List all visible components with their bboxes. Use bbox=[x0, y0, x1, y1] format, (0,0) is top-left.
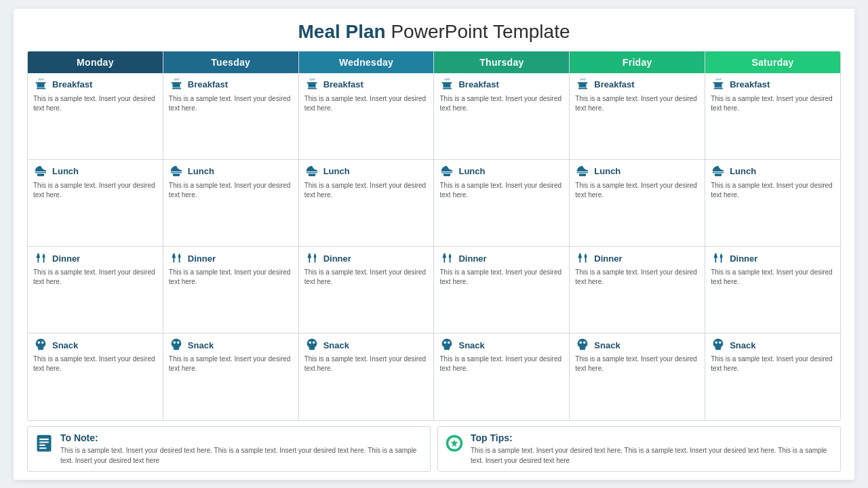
meal-title-row-lunch-sat: Lunch bbox=[711, 164, 835, 179]
meal-text-snack-fri: This is a sample text. Insert your desir… bbox=[575, 354, 699, 373]
dinner-icon bbox=[169, 251, 184, 266]
meal-title-row-snack-sat: Snack bbox=[711, 338, 835, 352]
meal-title-row-lunch-thu: Lunch bbox=[439, 164, 564, 179]
meal-name-dinner-thu: Dinner bbox=[458, 253, 486, 264]
meal-text-dinner-sat: This is a sample text. Insert your desir… bbox=[711, 268, 835, 287]
meal-name-dinner-fri: Dinner bbox=[594, 253, 622, 264]
snack-icon bbox=[575, 338, 590, 352]
breakfast-icon bbox=[304, 77, 319, 92]
meal-name-dinner-tue: Dinner bbox=[188, 253, 216, 264]
day-header-thu: Thursday bbox=[434, 52, 569, 73]
meal-title-row-breakfast-sat: Breakfast bbox=[711, 77, 835, 92]
meal-lunch-tue: LunchThis is a sample text. Insert your … bbox=[163, 160, 298, 247]
meal-title-row-dinner-mon: Dinner bbox=[33, 251, 157, 266]
meal-lunch-sat: LunchThis is a sample text. Insert your … bbox=[705, 160, 840, 247]
meal-title-row-dinner-fri: Dinner bbox=[575, 251, 699, 266]
meal-name-snack-fri: Snack bbox=[594, 340, 620, 350]
meal-text-lunch-sat: This is a sample text. Insert your desir… bbox=[711, 181, 835, 200]
meal-title-row-breakfast-fri: Breakfast bbox=[575, 77, 699, 92]
meal-text-dinner-thu: This is a sample text. Insert your desir… bbox=[439, 268, 564, 287]
day-col-thu: Thursday BreakfastThis is a sample text.… bbox=[434, 52, 570, 420]
breakfast-icon bbox=[169, 77, 184, 92]
svg-rect-4 bbox=[39, 447, 47, 449]
meal-name-breakfast-sat: Breakfast bbox=[730, 79, 770, 89]
meal-name-breakfast-wed: Breakfast bbox=[323, 79, 363, 89]
meal-name-snack-tue: Snack bbox=[188, 340, 214, 350]
meal-breakfast-tue: BreakfastThis is a sample text. Insert y… bbox=[163, 73, 298, 160]
meal-text-lunch-tue: This is a sample text. Insert your desir… bbox=[169, 181, 293, 200]
meal-dinner-wed: DinnerThis is a sample text. Insert your… bbox=[299, 247, 434, 333]
day-header-sat: Saturday bbox=[705, 52, 840, 73]
tips-content: Top Tips: This is a sample text. Insert … bbox=[471, 432, 833, 466]
meal-name-breakfast-thu: Breakfast bbox=[458, 79, 498, 89]
meal-snack-mon: SnackThis is a sample text. Insert your … bbox=[28, 333, 163, 420]
meal-lunch-fri: LunchThis is a sample text. Insert your … bbox=[570, 160, 705, 247]
meal-name-breakfast-tue: Breakfast bbox=[188, 79, 228, 89]
lunch-icon bbox=[439, 164, 454, 179]
meal-title-row-breakfast-tue: Breakfast bbox=[169, 77, 293, 92]
note-text: This is a sample text. Insert your desir… bbox=[60, 445, 423, 466]
meal-title-row-snack-tue: Snack bbox=[169, 338, 293, 352]
slide: Meal Plan PowerPoint Template Monday Bre… bbox=[14, 9, 854, 480]
meal-title-row-snack-wed: Snack bbox=[304, 338, 429, 352]
meal-name-dinner-mon: Dinner bbox=[52, 253, 80, 264]
day-col-mon: Monday BreakfastThis is a sample text. I… bbox=[28, 52, 163, 420]
meal-text-snack-sat: This is a sample text. Insert your desir… bbox=[711, 354, 835, 373]
meal-snack-tue: SnackThis is a sample text. Insert your … bbox=[163, 333, 298, 420]
meal-text-lunch-fri: This is a sample text. Insert your desir… bbox=[575, 181, 699, 200]
meal-grid: Monday BreakfastThis is a sample text. I… bbox=[27, 51, 841, 421]
meal-name-lunch-sat: Lunch bbox=[730, 166, 756, 176]
breakfast-icon bbox=[33, 77, 48, 92]
day-header-wed: Wednesday bbox=[299, 52, 434, 73]
note-label: To Note: bbox=[60, 432, 423, 443]
tips-icon bbox=[445, 434, 464, 453]
lunch-icon bbox=[575, 164, 590, 179]
meal-lunch-thu: LunchThis is a sample text. Insert your … bbox=[434, 160, 569, 247]
meal-snack-fri: SnackThis is a sample text. Insert your … bbox=[570, 333, 705, 420]
day-header-tue: Tuesday bbox=[163, 52, 298, 73]
meal-title-row-dinner-thu: Dinner bbox=[439, 251, 564, 266]
meal-name-breakfast-fri: Breakfast bbox=[594, 79, 634, 89]
snack-icon bbox=[304, 338, 319, 352]
day-col-fri: Friday BreakfastThis is a sample text. I… bbox=[570, 52, 705, 420]
meal-title-row-dinner-wed: Dinner bbox=[304, 251, 429, 266]
meal-text-breakfast-tue: This is a sample text. Insert your desir… bbox=[169, 94, 293, 113]
meal-snack-thu: SnackThis is a sample text. Insert your … bbox=[434, 333, 569, 420]
meal-title-row-snack-fri: Snack bbox=[575, 338, 699, 352]
meal-name-snack-sat: Snack bbox=[730, 340, 755, 350]
lunch-icon bbox=[169, 164, 184, 179]
meal-name-dinner-wed: Dinner bbox=[323, 253, 351, 264]
meal-title-row-lunch-wed: Lunch bbox=[304, 164, 429, 179]
tips-text: This is a sample text. Insert your desir… bbox=[471, 445, 833, 466]
meal-text-breakfast-fri: This is a sample text. Insert your desir… bbox=[575, 94, 699, 113]
bottom-bar: To Note: This is a sample text. Insert y… bbox=[27, 426, 841, 472]
snack-icon bbox=[169, 338, 184, 352]
meal-text-snack-wed: This is a sample text. Insert your desir… bbox=[304, 354, 429, 373]
meal-snack-wed: SnackThis is a sample text. Insert your … bbox=[299, 333, 434, 420]
meal-name-lunch-thu: Lunch bbox=[458, 166, 485, 176]
dinner-icon bbox=[33, 251, 48, 266]
meal-lunch-wed: LunchThis is a sample text. Insert your … bbox=[299, 160, 434, 247]
svg-rect-2 bbox=[39, 441, 49, 443]
svg-rect-1 bbox=[39, 439, 49, 440]
meal-breakfast-sat: BreakfastThis is a sample text. Insert y… bbox=[705, 73, 840, 160]
meal-snack-sat: SnackThis is a sample text. Insert your … bbox=[705, 333, 840, 420]
meal-dinner-thu: DinnerThis is a sample text. Insert your… bbox=[434, 247, 569, 333]
snack-icon bbox=[33, 338, 48, 352]
breakfast-icon bbox=[439, 77, 454, 92]
meal-dinner-mon: DinnerThis is a sample text. Insert your… bbox=[28, 247, 163, 333]
note-icon bbox=[35, 434, 54, 453]
meal-breakfast-wed: BreakfastThis is a sample text. Insert y… bbox=[299, 73, 434, 160]
meal-text-snack-tue: This is a sample text. Insert your desir… bbox=[169, 354, 293, 373]
meal-breakfast-fri: BreakfastThis is a sample text. Insert y… bbox=[570, 73, 705, 160]
meal-name-lunch-fri: Lunch bbox=[594, 166, 620, 176]
meal-text-lunch-wed: This is a sample text. Insert your desir… bbox=[304, 181, 429, 200]
dinner-icon bbox=[711, 251, 726, 266]
meal-dinner-fri: DinnerThis is a sample text. Insert your… bbox=[570, 247, 705, 333]
meal-name-breakfast-mon: Breakfast bbox=[52, 79, 92, 89]
meal-text-dinner-fri: This is a sample text. Insert your desir… bbox=[575, 268, 699, 287]
meal-lunch-mon: LunchThis is a sample text. Insert your … bbox=[28, 160, 163, 247]
meal-name-snack-thu: Snack bbox=[458, 340, 484, 350]
note-content: To Note: This is a sample text. Insert y… bbox=[60, 432, 423, 466]
day-header-mon: Monday bbox=[28, 52, 163, 73]
